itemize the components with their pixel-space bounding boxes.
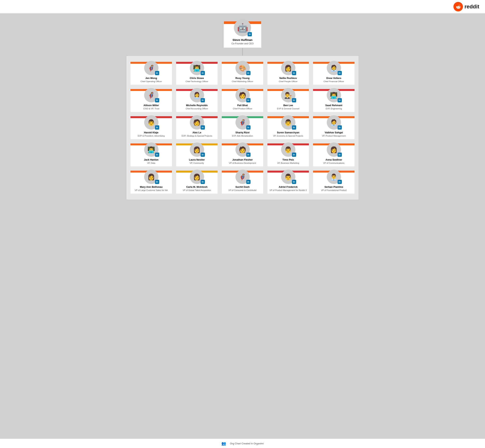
card-name: Michelle Reynolds (184, 104, 209, 107)
card-title: VP of Foundational Product (319, 189, 348, 191)
ceo-linkedin-badge[interactable]: in (248, 32, 252, 36)
card-title: Chief Operating Officer (139, 80, 163, 83)
ceo-card[interactable]: 🤖 in Steve Huffman Co-Founder and CEO (223, 21, 262, 48)
employee-card[interactable]: 👨‍💻 in Saad Rehmani EVP, Engineering (313, 89, 355, 112)
linkedin-badge[interactable]: in (292, 71, 296, 75)
linkedin-badge[interactable]: in (201, 180, 205, 184)
employee-card[interactable]: 👩 in Mary Ann Belliveau VP of Large Cust… (130, 170, 172, 194)
linkedin-badge[interactable]: in (155, 71, 159, 75)
linkedin-badge[interactable]: in (155, 98, 159, 102)
employee-card[interactable]: 👩 in Carla M. McIntosh VP of Global Tale… (176, 170, 218, 194)
card-title: EVP, Strategy & Special Projects (180, 135, 214, 137)
card-avatar-wrapper: 👨 in (281, 170, 295, 184)
linkedin-badge[interactable]: in (292, 180, 296, 184)
employee-card[interactable]: 👩‍💼 in Michelle Reynolds Chief Accountin… (176, 89, 218, 112)
employee-card[interactable]: 🧑 in Pali Bhat Chief Product Officer (222, 89, 263, 112)
ceo-title: Co-Founder and CEO (230, 42, 255, 45)
card-name: Suren Samarchyan (275, 131, 301, 134)
employee-card[interactable]: 👨 in Suren Samarchyan VP, Economy & Spec… (267, 116, 309, 139)
employee-card[interactable]: 👨 in Timo Pelz VP, Business Marketing (267, 143, 309, 167)
ceo-section: 🤖 in Steve Huffman Co-Founder and CEO (223, 21, 262, 56)
linkedin-badge[interactable]: in (338, 152, 342, 157)
footer-icon: 👥 (221, 441, 226, 446)
employee-card[interactable]: 👨‍💻 in Jack Hanlon VP, Data (130, 143, 172, 167)
card-avatar-wrapper: 👨 in (144, 115, 159, 129)
card-avatar-wrapper: 👩 in (281, 61, 295, 75)
employee-card[interactable]: 🎨 in Roxy Young Chief Marketing Officer (222, 62, 263, 85)
linkedin-badge[interactable]: in (155, 125, 159, 129)
card-avatar-wrapper: 👨‍💼 in (327, 170, 341, 184)
linkedin-badge[interactable]: in (292, 98, 296, 102)
linkedin-badge[interactable]: in (338, 71, 342, 75)
card-avatar-wrapper: 🧑 in (235, 88, 250, 102)
card-title: Chief Financial Officer (322, 80, 346, 83)
card-avatar-wrapper: 🎨 in (235, 61, 250, 75)
card-name: Vaibhav Sahgal (323, 131, 344, 134)
card-avatar-wrapper: 👩 in (327, 143, 341, 157)
employee-card[interactable]: 🧑‍💼 in Vaibhav Sahgal VP, Product Manage… (313, 116, 355, 139)
card-name: Roxy Young (234, 77, 251, 80)
card-title: Chief People Officer (277, 80, 299, 83)
linkedin-badge[interactable]: in (246, 152, 250, 157)
reddit-icon (453, 2, 463, 11)
card-title: Chief Technology Officer (184, 80, 210, 83)
footer: 👥 Org Chart Created in Organimi (0, 439, 485, 448)
footer-text: Org Chart Created in Organimi (230, 442, 264, 445)
linkedin-badge[interactable]: in (338, 180, 342, 184)
linkedin-badge[interactable]: in (201, 98, 205, 102)
linkedin-badge[interactable]: in (246, 98, 250, 102)
reddit-logo: reddit (453, 2, 479, 11)
employee-card[interactable]: 🧑 in Jonathan Flesher VP of Business Dev… (222, 143, 263, 167)
employee-card[interactable]: 🦸 in Jen Wong Chief Operating Officer (130, 62, 172, 85)
org-chart: 🤖 in Steve Huffman Co-Founder and CEO 🦸 … (0, 13, 485, 211)
employee-card[interactable]: 👨 in Harold Klaje EVP & President, Adver… (130, 116, 172, 139)
employee-card[interactable]: 🦸‍♀️ in Allison Miller CISO & VP, Trust (130, 89, 172, 112)
linkedin-badge[interactable]: in (246, 71, 250, 75)
card-name: Serkan Piantino (323, 185, 345, 188)
card-title: EVP & President, Advertising (136, 135, 166, 137)
employee-card[interactable]: 👩 in Nellie Peshkov Chief People Officer (267, 62, 309, 85)
card-name: Jen Wong (144, 77, 159, 80)
linkedin-badge[interactable]: in (338, 125, 342, 129)
linkedin-badge[interactable]: in (201, 71, 205, 75)
card-avatar-wrapper: 👩 in (144, 170, 159, 184)
card-name: Carla M. McIntosh (185, 185, 209, 188)
card-avatar-wrapper: 👨‍💻 in (144, 143, 159, 157)
card-title: Chief Marketing Officer (230, 80, 255, 83)
linkedin-badge[interactable]: in (246, 125, 250, 129)
card-name: Jonathan Flesher (231, 158, 254, 161)
linkedin-badge[interactable]: in (246, 180, 250, 184)
linkedin-badge[interactable]: in (338, 98, 342, 102)
card-avatar-wrapper: 👩‍💼 in (190, 88, 204, 102)
employee-card[interactable]: 🧑‍💼 in Drew Vollero Chief Financial Offi… (313, 62, 355, 85)
card-name: Alex Le (191, 131, 203, 134)
card-title: VP of Product Management for Reddit X (268, 189, 308, 191)
ceo-avatar-wrapper: 🤖 in (234, 19, 251, 36)
employee-card[interactable]: 👨‍💼 in Serkan Piantino VP of Foundationa… (313, 170, 355, 194)
card-avatar-wrapper: 🦸 in (235, 170, 250, 184)
employee-card[interactable]: 🦸 in Suchit Dash VP of Consumer & Contri… (222, 170, 263, 194)
employee-card[interactable]: 👨‍💻 in Chris Slowe Chief Technology Offi… (176, 62, 218, 85)
employee-card[interactable]: 👩 in Anna Soellner VP of Communications (313, 143, 355, 167)
employee-card[interactable]: 👨 in Adriel Frederick VP of Product Mana… (267, 170, 309, 194)
card-avatar-wrapper: 👨 in (281, 115, 295, 129)
card-title: EVP & General Counsel (275, 107, 301, 110)
card-avatar-wrapper: 🧑 in (235, 143, 250, 157)
employee-grid: 🦸 in Jen Wong Chief Operating Officer 👨‍… (126, 56, 359, 200)
employee-card[interactable]: 👨‍⚖️ in Ben Lee EVP & General Counsel (267, 89, 309, 112)
linkedin-badge[interactable]: in (292, 152, 296, 157)
card-name: Nellie Peshkov (278, 77, 298, 80)
employee-card[interactable]: 👩 in Laura Nestler VP, Community (176, 143, 218, 167)
card-name: Pali Bhat (236, 104, 249, 107)
card-avatar-wrapper: 🦸 in (144, 61, 159, 75)
linkedin-badge[interactable]: in (155, 152, 159, 157)
linkedin-badge[interactable]: in (155, 180, 159, 184)
employee-card[interactable]: 🦸‍♂️ in Shariq Rizvi EVP, Ads Monetizati… (222, 116, 263, 139)
card-avatar-wrapper: 🦸‍♀️ in (144, 88, 159, 102)
linkedin-badge[interactable]: in (201, 152, 205, 157)
card-title: VP of Global Talent Acquisition (181, 189, 213, 191)
linkedin-badge[interactable]: in (292, 125, 296, 129)
linkedin-badge[interactable]: in (201, 125, 205, 129)
card-avatar-wrapper: 👨‍💻 in (190, 61, 204, 75)
employee-card[interactable]: 🧑 in Alex Le EVP, Strategy & Special Pro… (176, 116, 218, 139)
